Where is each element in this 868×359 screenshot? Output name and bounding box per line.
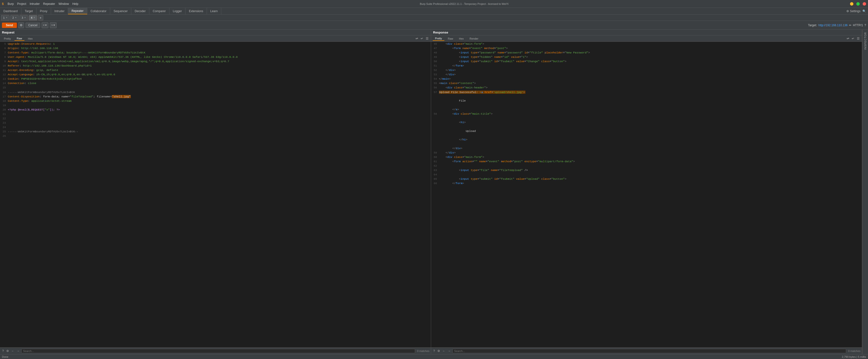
request-tab-raw[interactable]: Raw	[14, 36, 25, 41]
response-ln-icon[interactable]: ↵	[851, 37, 855, 40]
tab-1[interactable]: 1 ×	[1, 15, 9, 21]
tab-3-close[interactable]: ×	[24, 16, 26, 19]
nav-comparer[interactable]: Comparer	[149, 8, 169, 14]
menu-burp[interactable]: Burp	[7, 2, 13, 6]
status-bar: Done 2,790 bytes | 5 millis	[0, 354, 868, 359]
response-code-area[interactable]: 46 <div class="main-form"> 47 <form name…	[431, 42, 862, 347]
search-icon[interactable]: 🔍	[862, 9, 866, 13]
target-label: Target:	[808, 24, 817, 27]
request-search-input[interactable]	[21, 349, 415, 353]
nav-repeater[interactable]: Repeater	[68, 8, 87, 14]
maximize-button[interactable]	[856, 2, 860, 6]
response-tab-pretty[interactable]: Pretty	[433, 36, 444, 41]
request-line-5: 5 Upgrade-Insecure-Requests: 1	[0, 42, 431, 46]
request-ln-icon[interactable]: ↵	[420, 37, 424, 40]
next-nav-button[interactable]: > ▾	[50, 22, 57, 28]
tab-3[interactable]: 3 ×	[20, 15, 28, 21]
title-bar-left: $ Burp Project Intruder Repeater Window …	[2, 2, 78, 6]
response-tab-raw[interactable]: Raw	[445, 37, 456, 40]
request-line-22: 22	[0, 116, 431, 121]
window-controls	[850, 2, 866, 6]
request-search-next-icon[interactable]: →	[16, 349, 21, 353]
request-search-gear-icon[interactable]: ⚙	[6, 349, 10, 353]
response-line-53: 53 </div>	[431, 72, 862, 77]
response-line-47: 47 <form name="event" method="post">	[431, 46, 862, 51]
nav-intruder[interactable]: Intruder	[51, 8, 68, 14]
request-search-prev-icon[interactable]: ←	[11, 349, 15, 353]
cancel-button[interactable]: Cancel	[26, 23, 40, 28]
edit-target-icon[interactable]: ✏	[849, 24, 851, 27]
request-line-12: 12 Accept-Language: zh-CN,zh;q=0.9,en;q=…	[0, 72, 431, 77]
tab-3-label: 3	[22, 16, 23, 19]
nav-decoder[interactable]: Decoder	[131, 8, 149, 14]
app-title: Burp Suite Professional v2022.11.1 - Tem…	[78, 2, 850, 5]
request-line-19: 19	[0, 103, 431, 108]
request-line-8: 8 User-Agent: Mozilla/5.0 (Windows NT 10…	[0, 55, 431, 59]
menu-repeater[interactable]: Repeater	[43, 2, 55, 6]
tab-4[interactable]: 4 ×	[29, 15, 37, 21]
request-wordwrap-icon[interactable]: ⇌	[415, 37, 419, 40]
help-icon[interactable]: ?	[864, 24, 866, 27]
request-panel: Request Pretty Raw Hex ⇌ ↵ ☰ 5 Upgrade-I…	[0, 30, 431, 354]
nav-extensions[interactable]: Extensions	[186, 8, 207, 14]
nav-logger[interactable]: Logger	[169, 8, 186, 14]
response-search-gear-icon[interactable]: ⚙	[437, 349, 441, 353]
response-line-54: 54 </main>	[431, 77, 862, 81]
response-header: Response	[431, 30, 862, 35]
response-wordwrap-icon[interactable]: ⇌	[846, 37, 850, 40]
request-line-10: 10 Referer: http://192.168.110.136/dashb…	[0, 64, 431, 68]
inspector-label: INSPECTOR	[864, 32, 867, 50]
nav-bar: Dashboard Target Proxy Intruder Repeater…	[0, 8, 868, 14]
request-tab-actions: ⇌ ↵ ☰	[415, 37, 429, 40]
nav-target[interactable]: Target	[21, 8, 36, 14]
menu-project[interactable]: Project	[17, 2, 26, 6]
add-tab-button[interactable]: +	[38, 15, 43, 21]
menu-window[interactable]: Window	[59, 2, 69, 6]
toolbar: Send ⚙ Cancel < ▾ > ▾ Target: http://192…	[0, 21, 868, 30]
prev-nav-button[interactable]: < ▾	[41, 22, 49, 28]
menu-intruder[interactable]: Intruder	[30, 2, 40, 6]
nav-proxy[interactable]: Proxy	[36, 8, 51, 14]
close-button[interactable]	[863, 2, 866, 6]
request-code-area[interactable]: 5 Upgrade-Insecure-Requests: 1 6 Origin:…	[0, 42, 431, 347]
request-tab-pretty[interactable]: Pretty	[1, 37, 13, 40]
request-search-bar: ? ⚙ ← → 0 matches	[0, 347, 431, 354]
response-search-next-icon[interactable]: →	[447, 349, 452, 353]
minimize-button[interactable]	[850, 2, 854, 6]
nav-sequencer[interactable]: Sequencer	[110, 8, 131, 14]
request-line-11: 11 Accept-Encoding: gzip, deflate	[0, 68, 431, 72]
settings-button[interactable]: ⚙ Settings	[846, 9, 861, 13]
nav-dashboard[interactable]: Dashboard	[0, 8, 21, 14]
request-menu-icon[interactable]: ☰	[425, 37, 429, 40]
tab-4-close[interactable]: ×	[34, 16, 35, 19]
response-tab-hex[interactable]: Hex	[457, 37, 466, 40]
tab-2[interactable]: 2 ×	[10, 15, 19, 21]
request-search-question-icon[interactable]: ?	[1, 349, 5, 353]
nav-learn[interactable]: Learn	[207, 8, 221, 14]
response-line-46: 46 <div class="main-form">	[431, 42, 862, 46]
toolbar-right: Target: http://192.168.110.136 ✏ HTTP/1 …	[808, 24, 866, 27]
send-options-button[interactable]: ⚙	[18, 22, 24, 28]
response-search-prev-icon[interactable]: ←	[442, 349, 446, 353]
tab-2-close[interactable]: ×	[15, 16, 17, 19]
response-line-48: 48 <input type="password" name="password…	[431, 51, 862, 55]
nav-collaborator[interactable]: Collaborator	[87, 8, 110, 14]
response-line-56: 56 <div class="main-header">	[431, 86, 862, 90]
response-line-55: 55 <main class="content">	[431, 81, 862, 86]
tab-4-label: 4	[31, 16, 32, 19]
response-search-input[interactable]	[453, 349, 846, 353]
response-menu-icon[interactable]: ☰	[856, 37, 861, 40]
request-line-17: 17 Content-Disposition: form-data; name=…	[0, 95, 431, 99]
tab-1-close[interactable]: ×	[6, 16, 7, 19]
request-line-13: 13 Cookie: PHPSESSID=6rdbc4s6ct5jo2kjciq…	[0, 77, 431, 81]
menu-help[interactable]: Help	[72, 2, 78, 6]
request-tab-hex[interactable]: Hex	[26, 37, 35, 40]
app-logo: $	[2, 2, 4, 6]
protocol-selector[interactable]: HTTP/1	[853, 24, 863, 27]
response-search-question-icon[interactable]: ?	[433, 349, 436, 353]
request-tabs: Pretty Raw Hex ⇌ ↵ ☰	[0, 35, 431, 42]
request-line-21: 21	[0, 112, 431, 116]
response-panel: Response Pretty Raw Hex Render ⇌ ↵ ☰ 46 …	[431, 30, 862, 354]
send-button[interactable]: Send	[2, 23, 17, 28]
response-tab-render[interactable]: Render	[467, 37, 481, 40]
